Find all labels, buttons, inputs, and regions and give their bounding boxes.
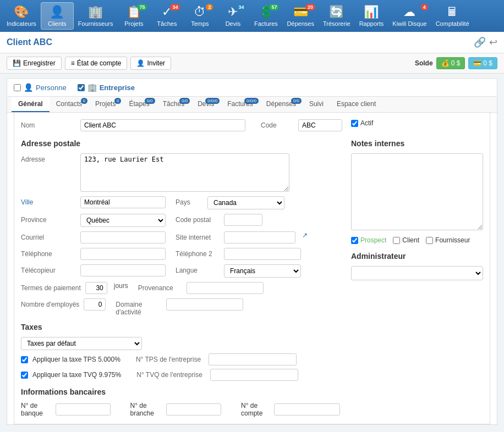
- account-statement-button[interactable]: ≡ État de compte: [65, 57, 128, 70]
- notes-textarea[interactable]: [351, 153, 483, 230]
- nav-comptabilite[interactable]: 🖩 Comptabilité: [431, 3, 474, 29]
- temps-badge: 2: [206, 4, 213, 10]
- province-select[interactable]: Québec: [80, 214, 166, 227]
- client-checkbox[interactable]: [393, 237, 400, 244]
- courriel-input[interactable]: [80, 231, 166, 243]
- personne-label: Personne: [36, 84, 67, 92]
- nav-projets[interactable]: 75 📋 Projets: [117, 3, 150, 29]
- provenance-label: Provenance: [138, 282, 182, 292]
- taxes-select[interactable]: Taxes par défaut: [21, 337, 142, 350]
- tab-depenses[interactable]: Dépenses 0/0: [260, 97, 303, 112]
- bank-row: N° de banque N° de branche N° de compte: [21, 402, 340, 417]
- entreprise-checkbox[interactable]: [78, 84, 85, 91]
- pays-label: Pays: [176, 196, 203, 206]
- invite-button[interactable]: 👤 Inviter: [130, 57, 171, 70]
- province-label: Province: [21, 214, 76, 224]
- tab-etapes[interactable]: Étapes 0/0: [122, 97, 156, 112]
- comptabilite-icon: 🖩: [446, 5, 458, 19]
- nav-projets-label: Projets: [124, 20, 143, 27]
- prospect-checkbox[interactable]: [351, 237, 358, 244]
- nav-rapports[interactable]: 📊 Rapports: [355, 3, 388, 29]
- nav-depenses[interactable]: 20 💳 Dépenses: [282, 3, 319, 29]
- solde-green-button[interactable]: 💰 0 $: [436, 57, 465, 69]
- nav-taches[interactable]: 34 ✓ Tâches: [150, 3, 183, 29]
- telecopieur-input[interactable]: [80, 264, 166, 276]
- tvq-checkbox[interactable]: [21, 372, 28, 379]
- tab-general[interactable]: Général: [12, 97, 50, 112]
- province-row: Province Québec Code postal: [21, 214, 340, 227]
- tabs: Général Contacts 0 Projets 0 Étapes 0/0 …: [7, 97, 497, 113]
- no-branche-label: N° de branche: [130, 402, 163, 417]
- nav-devis[interactable]: 34 ✈ Devis: [216, 3, 249, 29]
- langue-select[interactable]: Français: [224, 264, 301, 278]
- tab-factures[interactable]: Factures 0/0/0: [221, 97, 260, 112]
- telephone2-input[interactable]: [224, 248, 301, 260]
- nav-clients[interactable]: 👤 Clients: [41, 2, 74, 30]
- adresse-label: Adresse: [21, 153, 76, 163]
- fournisseurs-icon: 🏢: [88, 5, 103, 19]
- tab-devis[interactable]: Devis 0/0/0: [191, 97, 221, 112]
- type-selector: 👤 Personne 🏢 Entreprise: [7, 78, 497, 97]
- tab-espace-client[interactable]: Espace client: [330, 97, 382, 112]
- bank-section: Informations bancaires N° de banque N° d…: [21, 387, 340, 417]
- header-icons: 🔗 ↩: [474, 36, 497, 48]
- link-icon[interactable]: 🔗: [474, 36, 486, 48]
- admin-select[interactable]: [351, 266, 483, 280]
- nav-factures[interactable]: 57 💲 Factures: [249, 3, 282, 29]
- nav-tresorerie[interactable]: 🔄 Trésorerie: [319, 3, 355, 29]
- site-internet-label: Site internet: [176, 231, 220, 241]
- provenance-input[interactable]: [187, 282, 264, 294]
- nav-kiwili-disque[interactable]: 4 ☁ Kiwili Disque: [388, 3, 431, 29]
- kiwili-icon: ☁: [403, 5, 415, 19]
- termes-input[interactable]: [85, 282, 107, 294]
- devis-tab-badge: 0/0/0: [205, 98, 220, 104]
- langue-label: Langue: [176, 264, 220, 274]
- back-icon[interactable]: ↩: [489, 36, 497, 48]
- rapports-icon: 📊: [364, 5, 379, 19]
- tvq-label: Appliquer la taxe TVQ 9.975%: [32, 371, 121, 379]
- personne-checkbox[interactable]: [14, 84, 21, 91]
- fournisseur-checkbox[interactable]: [426, 237, 433, 244]
- employes-label: Nombre d'employés: [21, 298, 79, 308]
- no-branche-input[interactable]: [166, 403, 221, 416]
- save-button[interactable]: 💾 Enregistrer: [7, 57, 62, 70]
- nav-indicateurs[interactable]: 🎨 Indicateurs: [2, 3, 41, 29]
- tps-row: Appliquer la taxe TPS 5.000% N° TPS de l…: [21, 353, 340, 365]
- code-label: Code: [261, 119, 294, 129]
- nav-fournisseurs[interactable]: 🏢 Fournisseurs: [74, 3, 118, 29]
- nav-indicateurs-label: Indicateurs: [7, 20, 36, 27]
- tps-checkbox[interactable]: [21, 356, 28, 363]
- telephone-input[interactable]: [80, 248, 166, 260]
- tab-suivi[interactable]: Suivi: [303, 97, 330, 112]
- tab-taches[interactable]: Tâches 0/0: [156, 97, 191, 112]
- code-input[interactable]: [298, 119, 342, 131]
- entreprise-option[interactable]: 🏢 Entreprise: [78, 83, 135, 92]
- no-banque-input[interactable]: [56, 403, 111, 416]
- no-compte-input[interactable]: [274, 403, 340, 416]
- fournisseur-option: Fournisseur: [426, 236, 470, 244]
- admin-title: Administrateur: [351, 252, 483, 261]
- telecopieur-label: Télécopieur: [21, 264, 76, 274]
- site-link-icon[interactable]: ↗: [302, 231, 308, 239]
- employes-input[interactable]: [84, 298, 106, 311]
- code-postal-input[interactable]: [224, 214, 262, 226]
- no-tvq-input[interactable]: [210, 369, 298, 381]
- personne-option[interactable]: 👤 Personne: [14, 83, 67, 92]
- ville-input[interactable]: [80, 196, 166, 208]
- client-label: Client: [402, 236, 419, 244]
- no-tps-input[interactable]: [209, 353, 297, 365]
- tab-projets[interactable]: Projets 0: [89, 97, 122, 112]
- actif-checkbox[interactable]: [351, 120, 358, 127]
- adresse-input[interactable]: 123, rue Laurier Est: [80, 153, 289, 192]
- nom-input[interactable]: [80, 119, 245, 131]
- telephone-label: Téléphone: [21, 248, 76, 258]
- invite-icon: 👤: [136, 59, 145, 67]
- solde-teal-button[interactable]: 💳 0 $: [468, 57, 497, 69]
- nav-temps[interactable]: 2 ⏱ Temps: [183, 3, 216, 29]
- domaine-input[interactable]: [166, 298, 243, 311]
- tab-contacts[interactable]: Contacts 0: [50, 97, 89, 112]
- site-internet-input[interactable]: [224, 231, 295, 243]
- factures-badge: 57: [269, 4, 279, 10]
- no-tps-label: N° TPS de l'entreprise: [136, 356, 201, 363]
- pays-select[interactable]: Canada: [207, 196, 284, 209]
